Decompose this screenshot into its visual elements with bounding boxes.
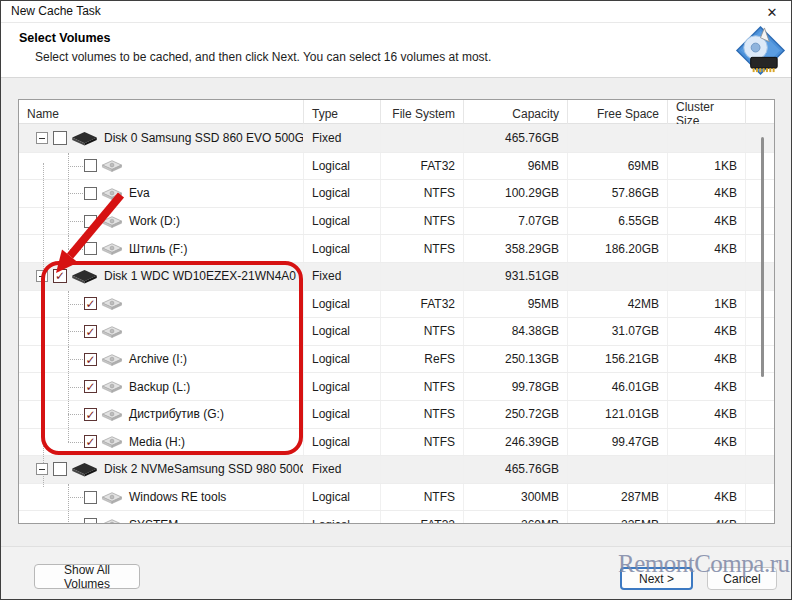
volume-checkbox[interactable]: [84, 187, 97, 200]
table-row[interactable]: Work (D:) Logical NTFS 7.07GB 6.55GB 4KB: [19, 207, 774, 235]
volume-name-cell: [19, 153, 303, 180]
table-row[interactable]: Logical NTFS 84.38GB 31.07GB 4KB: [19, 317, 774, 345]
volume-checkbox[interactable]: [84, 380, 97, 393]
filesystem-cell: NTFS: [380, 318, 463, 345]
clustersize-cell: 4KB: [667, 235, 745, 262]
tree-expander-icon[interactable]: [36, 132, 48, 144]
table-row[interactable]: Archive (I:) Logical ReFS 250.13GB 156.2…: [19, 345, 774, 373]
volume-name: Eva: [129, 186, 150, 200]
capacity-cell: 931.51GB: [463, 263, 567, 290]
filler-cell: [745, 484, 774, 511]
table-row[interactable]: Backup (L:) Logical NTFS 99.78GB 46.01GB…: [19, 372, 774, 400]
volume-name-cell: Disk 1 WDC WD10EZEX-21WN4A0: [19, 263, 303, 290]
clustersize-cell: 4KB: [667, 401, 745, 428]
filesystem-cell: NTFS: [380, 429, 463, 456]
table-row[interactable]: Дистрибутив (G:) Logical NTFS 250.72GB 1…: [19, 400, 774, 428]
volume-name-cell: Media (H:): [19, 429, 303, 456]
filler-cell: [745, 235, 774, 262]
disk-drive-icon: [71, 130, 98, 146]
table-row[interactable]: Disk 2 NVMeSamsung SSD 980 500GB Fixed 4…: [19, 455, 774, 483]
capacity-cell: 250.72GB: [463, 401, 567, 428]
table-row[interactable]: Logical FAT32 95MB 42MB 1KB: [19, 290, 774, 318]
tree-expander-icon[interactable]: [36, 270, 48, 282]
filler-cell: [745, 291, 774, 318]
footer-bar: Show All Volumes Next > Cancel: [1, 546, 791, 600]
volume-checkbox[interactable]: [84, 353, 97, 366]
tree-connector: [68, 180, 84, 207]
clustersize-cell: [667, 456, 745, 483]
vertical-scrollbar[interactable]: [761, 137, 764, 377]
filler-cell: [745, 346, 774, 373]
type-cell: Logical: [303, 346, 380, 373]
tree-connector: [68, 153, 84, 180]
clustersize-cell: 4KB: [667, 318, 745, 345]
type-cell: Fixed: [303, 124, 380, 152]
filler-cell: [745, 208, 774, 235]
table-row[interactable]: Штиль (F:) Logical NTFS 358.29GB 186.20G…: [19, 234, 774, 262]
clustersize-cell: [667, 124, 745, 152]
table-row[interactable]: Logical FAT32 96MB 69MB 1KB: [19, 152, 774, 180]
filler-cell: [745, 456, 774, 483]
cancel-button[interactable]: Cancel: [707, 567, 777, 590]
tree-connector: [68, 208, 84, 235]
filesystem-cell: NTFS: [380, 484, 463, 511]
close-icon[interactable]: ✕: [759, 2, 785, 22]
filler-cell: [745, 153, 774, 180]
capacity-cell: 465.76GB: [463, 124, 567, 152]
volume-checkbox[interactable]: [84, 518, 97, 523]
volume-checkbox[interactable]: [53, 462, 67, 476]
volume-checkbox[interactable]: [84, 491, 97, 504]
disk-drive-icon: [101, 353, 123, 366]
tree-connector: [68, 484, 84, 511]
volume-name-cell: Eva: [19, 180, 303, 207]
volume-checkbox[interactable]: [53, 131, 67, 145]
filler-cell: [745, 401, 774, 428]
filler-cell: [745, 263, 774, 290]
next-button[interactable]: Next >: [620, 567, 693, 590]
disk-drive-icon: [101, 215, 123, 228]
filesystem-cell: FAT32: [380, 291, 463, 318]
type-cell: Logical: [303, 511, 380, 523]
clustersize-cell: 4KB: [667, 208, 745, 235]
volume-checkbox[interactable]: [84, 435, 97, 448]
filesystem-cell: [380, 263, 463, 290]
filesystem-cell: FAT32: [380, 511, 463, 523]
volume-checkbox[interactable]: [84, 159, 97, 172]
table-row[interactable]: Windows RE tools Logical NTFS 300MB 287M…: [19, 483, 774, 511]
table-row[interactable]: Disk 0 Samsung SSD 860 EVO 500GB Fixed 4…: [19, 124, 774, 152]
disk-drive-icon: [101, 491, 123, 504]
filesystem-cell: NTFS: [380, 180, 463, 207]
clustersize-cell: 4KB: [667, 346, 745, 373]
show-all-volumes-button[interactable]: Show All Volumes: [34, 564, 140, 589]
volume-checkbox[interactable]: [84, 325, 97, 338]
table-row[interactable]: Media (H:) Logical NTFS 246.39GB 99.47GB…: [19, 428, 774, 456]
table-row[interactable]: SYSTEM Logical FAT32 260MB 225MB 4KB: [19, 510, 774, 523]
type-cell: Logical: [303, 153, 380, 180]
volume-checkbox[interactable]: [84, 408, 97, 421]
volume-checkbox[interactable]: [53, 269, 67, 283]
clustersize-cell: 4KB: [667, 373, 745, 400]
type-cell: Logical: [303, 235, 380, 262]
freespace-cell: 225MB: [567, 511, 667, 523]
capacity-cell: 95MB: [463, 291, 567, 318]
volume-name-cell: Штиль (F:): [19, 235, 303, 262]
filesystem-cell: NTFS: [380, 208, 463, 235]
capacity-cell: 358.29GB: [463, 235, 567, 262]
volume-name: Штиль (F:): [129, 242, 187, 256]
volume-checkbox[interactable]: [84, 215, 97, 228]
table-row[interactable]: Disk 1 WDC WD10EZEX-21WN4A0 Fixed 931.51…: [19, 262, 774, 290]
filesystem-cell: ReFS: [380, 346, 463, 373]
table-row[interactable]: Eva Logical NTFS 100.29GB 57.86GB 4KB: [19, 179, 774, 207]
type-cell: Logical: [303, 180, 380, 207]
tree-expander-icon[interactable]: [36, 463, 48, 475]
volume-name: Disk 2 NVMeSamsung SSD 980 500GB: [104, 462, 303, 476]
filesystem-cell: NTFS: [380, 373, 463, 400]
volume-name: Дистрибутив (G:): [129, 407, 224, 421]
capacity-cell: 300MB: [463, 484, 567, 511]
volume-checkbox[interactable]: [84, 242, 97, 255]
filesystem-cell: NTFS: [380, 235, 463, 262]
volumes-table: Name Type File System Capacity Free Spac…: [18, 99, 775, 524]
volume-checkbox[interactable]: [84, 297, 97, 310]
filler-cell: [745, 511, 774, 523]
volume-name-cell: Windows RE tools: [19, 484, 303, 511]
